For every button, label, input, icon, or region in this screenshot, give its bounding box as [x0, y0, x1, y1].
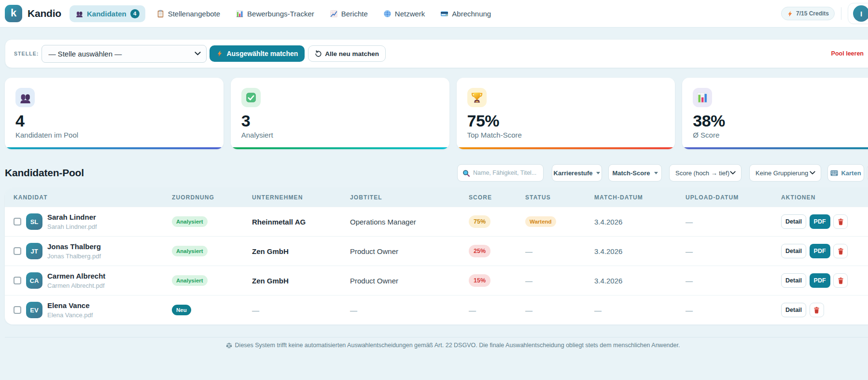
status-cell: —	[525, 277, 594, 285]
nav-item-abrechnung[interactable]: Abrechnung	[436, 6, 495, 22]
unternehmen-cell: Zen GmbH	[252, 247, 350, 255]
pdf-button[interactable]: PDF	[810, 214, 830, 229]
score-badge: 15%	[469, 274, 490, 287]
zuordnung-badge: Analysiert	[172, 216, 208, 227]
candidate-name: Elena Vance	[47, 301, 93, 310]
candidate-avatar: SL	[26, 213, 42, 230]
table-header-row: KANDIDAT ZUORDNUNG UNTERNEHMEN JOBTITEL …	[5, 188, 868, 207]
grouping-select[interactable]: Keine Gruppierung	[749, 164, 821, 182]
grid-icon	[830, 170, 838, 176]
jobtitel-cell: Product Owner	[350, 247, 469, 255]
caret-down-icon	[596, 172, 600, 174]
candidate-names: Sarah Lindner Sarah Lindner.pdf	[47, 213, 97, 230]
candidate-file: Elena Vance.pdf	[47, 311, 93, 319]
filter-karrierestufe-button[interactable]: Karrierestufe	[552, 164, 602, 182]
col-status: STATUS	[525, 194, 594, 201]
candidate-avatar: JT	[26, 243, 42, 259]
trash-icon	[838, 218, 844, 225]
zuordnung-badge: Analysiert	[172, 275, 208, 286]
avatar: I	[853, 5, 868, 22]
main-nav: Kandidaten 4 Stellenangebote Bewerbungs-…	[70, 5, 495, 22]
delete-button[interactable]	[810, 303, 824, 317]
col-zuordnung: ZUORDNUNG	[172, 194, 252, 201]
delete-button[interactable]	[833, 244, 848, 258]
status-cell: —	[525, 247, 594, 255]
jobtitel-cell: —	[350, 306, 469, 314]
col-upload-datum: UPLOAD-DATUM	[686, 194, 781, 201]
jobtitel-cell: Operations Manager	[350, 218, 469, 226]
pool-header: Kandidaten-Pool Karrierestufe Match-Scor…	[5, 164, 868, 182]
table-row-carmen-albrecht: CA Carmen Albrecht Carmen Albrecht.pdf A…	[5, 266, 868, 295]
filter-match-score-button[interactable]: Match-Score	[608, 164, 662, 182]
match-datum-cell: 3.4.2026	[594, 218, 686, 226]
user-menu-button[interactable]: I	[848, 3, 868, 24]
stat-label: Top Match-Score	[467, 131, 665, 139]
actions-cell: Detail PDF	[781, 244, 868, 258]
pdf-button[interactable]: PDF	[810, 244, 830, 258]
unternehmen-cell: Rheinmetall AG	[252, 218, 350, 226]
match-selected-button[interactable]: Ausgewählte matchen	[210, 45, 305, 62]
candidate-names: Jonas Thalberg Jonas Thalberg.pdf	[47, 242, 101, 260]
candidate-cell: SL Sarah Lindner Sarah Lindner.pdf	[14, 213, 172, 230]
nav-item-kandidaten[interactable]: Kandidaten 4	[70, 5, 145, 22]
nav-item-netzwerk[interactable]: Netzwerk	[379, 6, 430, 22]
detail-button[interactable]: Detail	[781, 303, 806, 317]
grouping-select-wrap: Keine Gruppierung	[749, 164, 821, 182]
stat-accent-bar	[5, 147, 224, 149]
unternehmen-cell: Zen GmbH	[252, 277, 350, 285]
detail-button[interactable]: Detail	[781, 273, 806, 288]
clear-pool-button[interactable]: Pool leeren	[831, 50, 864, 57]
table-row-jonas-thalberg: JT Jonas Thalberg Jonas Thalberg.pdf Ana…	[5, 236, 868, 266]
row-checkbox[interactable]	[14, 218, 21, 225]
filter-match-score-label: Match-Score	[612, 169, 650, 177]
nav-kandidaten-count-badge: 4	[130, 9, 140, 18]
nav-item-stellenangebote[interactable]: Stellenangebote	[152, 6, 224, 22]
row-checkbox[interactable]	[14, 306, 21, 314]
trash-icon	[813, 307, 820, 314]
zuordnung-badge: Analysiert	[172, 246, 208, 256]
status-cell: —	[525, 306, 594, 314]
trash-icon	[838, 248, 844, 255]
detail-button[interactable]: Detail	[781, 244, 806, 258]
candidate-cell: CA Carmen Albrecht Carmen Albrecht.pdf	[14, 272, 172, 289]
view-karten-button[interactable]: Karten	[827, 164, 864, 182]
detail-button[interactable]: Detail	[781, 214, 806, 229]
stelle-select[interactable]: — Stelle auswählen —	[42, 45, 207, 63]
footer-text: Dieses System trifft keine automatisiert…	[235, 342, 680, 349]
unternehmen-cell: —	[252, 306, 350, 314]
app-logo[interactable]: k	[5, 5, 22, 22]
upload-datum-cell: —	[686, 247, 781, 255]
delete-button[interactable]	[833, 273, 848, 288]
page: k Kandio Kandidaten 4 Stellenangebote	[0, 0, 868, 349]
stat-accent-bar	[231, 147, 449, 149]
scales-icon	[226, 342, 232, 349]
rematch-all-button[interactable]: Alle neu matchen	[308, 45, 386, 62]
stat-value: 38%	[693, 112, 868, 130]
col-aktionen: AKTIONEN	[781, 194, 868, 201]
match-selected-label: Ausgewählte matchen	[226, 50, 298, 57]
score-badge: 75%	[469, 215, 490, 228]
nav-item-label: Kandidaten	[87, 10, 126, 18]
credits-pill[interactable]: 7/15 Credits	[781, 7, 835, 20]
stat-card-top-match: 75% Top Match-Score	[457, 78, 675, 149]
actions-cell: Detail	[781, 303, 868, 317]
search-input[interactable]	[473, 169, 538, 176]
row-checkbox[interactable]	[14, 277, 21, 284]
view-karten-label: Karten	[841, 169, 861, 177]
upload-datum-cell: —	[686, 306, 781, 314]
row-checkbox[interactable]	[14, 247, 21, 255]
sort-select[interactable]: Score (hoch → tief)	[669, 164, 742, 182]
stat-accent-bar	[457, 147, 675, 149]
trophy-icon	[467, 88, 487, 107]
actions-cell: Detail PDF	[781, 214, 868, 229]
nav-item-berichte[interactable]: Berichte	[325, 6, 372, 22]
pdf-button[interactable]: PDF	[810, 273, 830, 288]
match-filter-bar: STELLE: — Stelle auswählen — Ausgewählte…	[5, 39, 868, 68]
nav-item-bewerbungs-tracker[interactable]: Bewerbungs-Tracker	[231, 6, 319, 22]
nav-item-label: Bewerbungs-Tracker	[247, 10, 314, 18]
pool-title: Kandidaten-Pool	[5, 167, 84, 179]
delete-button[interactable]	[833, 214, 848, 229]
nav-item-label: Berichte	[341, 10, 368, 18]
score-badge: 25%	[469, 245, 490, 257]
actions-cell: Detail PDF	[781, 273, 868, 288]
